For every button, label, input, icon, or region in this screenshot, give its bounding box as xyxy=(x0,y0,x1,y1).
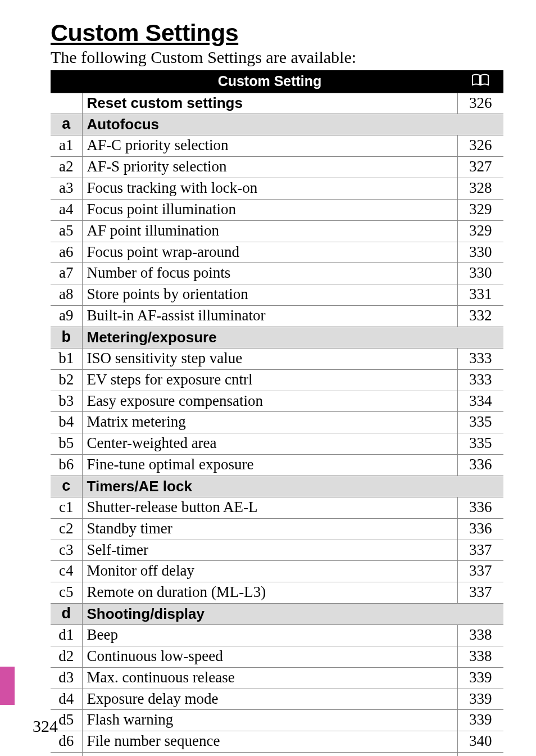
row-label: Focus point wrap-around xyxy=(82,242,457,263)
table-row: c1Shutter-release button AE-L336 xyxy=(51,497,503,518)
table-row: a9Built-in AF-assist illuminator332 xyxy=(51,306,503,327)
row-label: AF-S priority selection xyxy=(82,157,457,178)
row-code: b3 xyxy=(51,391,82,412)
row-page: 340 xyxy=(457,731,503,753)
table-row: c3Self-timer337 xyxy=(51,540,503,561)
row-page: 339 xyxy=(457,710,503,731)
row-code: c1 xyxy=(51,497,82,518)
row-page: 335 xyxy=(457,412,503,433)
row-page: 338 xyxy=(457,624,503,646)
row-code: a7 xyxy=(51,263,82,284)
row-page: 336 xyxy=(457,455,503,476)
row-page: 336 xyxy=(457,497,503,518)
row-label: File number sequence xyxy=(82,731,457,753)
table-row: b5Center-weighted area335 xyxy=(51,433,503,455)
row-label: Built-in AF-assist illuminator xyxy=(82,306,457,327)
row-page: 339 xyxy=(457,689,503,710)
table-row: a4Focus point illumination329 xyxy=(51,199,503,220)
table-row: b3Easy exposure compensation334 xyxy=(51,391,503,412)
row-code: a9 xyxy=(51,306,82,327)
row-label: Focus tracking with lock-on xyxy=(82,178,457,199)
table-row: b6Fine-tune optimal exposure336 xyxy=(51,455,503,476)
row-page: 329 xyxy=(457,199,503,220)
row-label: Fine-tune optimal exposure xyxy=(82,455,457,476)
table-row: a2AF-S priority selection327 xyxy=(51,157,503,178)
row-page: 332 xyxy=(457,306,503,327)
row-page: 329 xyxy=(457,220,503,242)
table-row: a3Focus tracking with lock-on328 xyxy=(51,178,503,199)
page-ref-icon xyxy=(472,74,489,86)
row-label: Easy exposure compensation xyxy=(82,391,457,412)
row-page: 337 xyxy=(457,582,503,604)
row-code: a3 xyxy=(51,178,82,199)
table-row: a5AF point illumination329 xyxy=(51,220,503,242)
header-page-icon xyxy=(457,70,503,93)
row-code: c4 xyxy=(51,561,82,582)
table-row: d1Beep338 xyxy=(51,624,503,646)
row-label: Flash warning xyxy=(82,710,457,731)
row-label: AF point illumination xyxy=(82,220,457,242)
row-code: b2 xyxy=(51,369,82,391)
table-header-row: Custom Setting xyxy=(51,70,503,93)
row-page: 330 xyxy=(457,263,503,284)
row-label: Exposure delay mode xyxy=(82,689,457,710)
row-label: Number of focus points xyxy=(82,263,457,284)
table-row: a7Number of focus points330 xyxy=(51,263,503,284)
row-code: b6 xyxy=(51,455,82,476)
row-page: 331 xyxy=(457,284,503,306)
row-code: b4 xyxy=(51,412,82,433)
intro-text: The following Custom Settings are availa… xyxy=(51,48,503,67)
row-code: a1 xyxy=(51,135,82,157)
table-row: d2Continuous low-speed338 xyxy=(51,646,503,667)
side-color-tab xyxy=(0,667,15,705)
table-row: a8Store points by orientation331 xyxy=(51,284,503,306)
section-code: b xyxy=(51,327,82,348)
row-label: EV steps for exposure cntrl xyxy=(82,369,457,391)
section-row: bMetering/exposure xyxy=(51,327,503,348)
row-page: 328 xyxy=(457,178,503,199)
row-code: a8 xyxy=(51,284,82,306)
table-row: a1AF-C priority selection326 xyxy=(51,135,503,157)
row-page: 335 xyxy=(457,433,503,455)
table-row: d6File number sequence340 xyxy=(51,731,503,753)
row-code: b5 xyxy=(51,433,82,455)
section-code: a xyxy=(51,114,82,135)
table-row: c2Standby timer336 xyxy=(51,518,503,540)
table-row: d5Flash warning339 xyxy=(51,710,503,731)
row-code: c3 xyxy=(51,540,82,561)
section-label: Timers/AE lock xyxy=(82,476,503,497)
table-row: b4Matrix metering335 xyxy=(51,412,503,433)
reset-code xyxy=(51,93,82,114)
row-label: Center-weighted area xyxy=(82,433,457,455)
table-row: d7Viewfinder grid display341 xyxy=(51,753,503,756)
section-code: c xyxy=(51,476,82,497)
row-code: a6 xyxy=(51,242,82,263)
row-label: Monitor off delay xyxy=(82,561,457,582)
row-label: Viewfinder grid display xyxy=(82,753,457,756)
section-row: aAutofocus xyxy=(51,114,503,135)
page-title: Custom Settings xyxy=(51,19,503,47)
row-label: Matrix metering xyxy=(82,412,457,433)
row-label: ISO sensitivity step value xyxy=(82,348,457,369)
row-label: Remote on duration (ML-L3) xyxy=(82,582,457,604)
row-page: 334 xyxy=(457,391,503,412)
row-page: 330 xyxy=(457,242,503,263)
header-label: Custom Setting xyxy=(82,70,457,93)
row-code: d3 xyxy=(51,667,82,689)
row-page: 337 xyxy=(457,540,503,561)
section-label: Shooting/display xyxy=(82,604,503,625)
row-label: Continuous low-speed xyxy=(82,646,457,667)
row-page: 333 xyxy=(457,348,503,369)
row-page: 326 xyxy=(457,135,503,157)
row-label: AF-C priority selection xyxy=(82,135,457,157)
row-page: 336 xyxy=(457,518,503,540)
row-code: d7 xyxy=(51,753,82,756)
row-label: Focus point illumination xyxy=(82,199,457,220)
table-row: d3Max. continuous release339 xyxy=(51,667,503,689)
row-label: Standby timer xyxy=(82,518,457,540)
row-page: 333 xyxy=(457,369,503,391)
row-label: Self-timer xyxy=(82,540,457,561)
row-code: a2 xyxy=(51,157,82,178)
section-row: dShooting/display xyxy=(51,604,503,625)
table-row: a6Focus point wrap-around330 xyxy=(51,242,503,263)
